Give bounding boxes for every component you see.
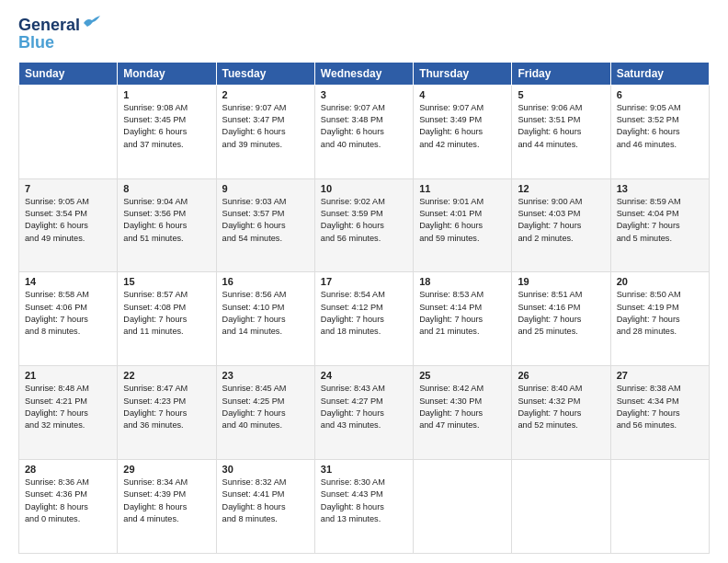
day-number: 3 xyxy=(321,89,407,100)
day-cell: 28Sunrise: 8:36 AM Sunset: 4:36 PM Dayli… xyxy=(19,460,118,554)
day-info: Sunrise: 9:07 AM Sunset: 3:48 PM Dayligh… xyxy=(321,102,407,151)
week-row-2: 7Sunrise: 9:05 AM Sunset: 3:54 PM Daylig… xyxy=(19,178,710,272)
logo-blue: Blue xyxy=(18,33,54,52)
day-info: Sunrise: 9:06 AM Sunset: 3:51 PM Dayligh… xyxy=(518,102,604,151)
day-cell: 18Sunrise: 8:53 AM Sunset: 4:14 PM Dayli… xyxy=(414,272,512,366)
day-info: Sunrise: 9:08 AM Sunset: 3:45 PM Dayligh… xyxy=(123,102,210,151)
day-info: Sunrise: 8:53 AM Sunset: 4:14 PM Dayligh… xyxy=(419,289,506,338)
week-row-5: 28Sunrise: 8:36 AM Sunset: 4:36 PM Dayli… xyxy=(19,460,710,554)
day-cell: 5Sunrise: 9:06 AM Sunset: 3:51 PM Daylig… xyxy=(512,85,610,178)
weekday-header-row: SundayMondayTuesdayWednesdayThursdayFrid… xyxy=(19,62,710,85)
day-cell: 6Sunrise: 9:05 AM Sunset: 3:52 PM Daylig… xyxy=(610,85,709,178)
day-cell: 31Sunrise: 8:30 AM Sunset: 4:43 PM Dayli… xyxy=(314,460,413,554)
day-number: 23 xyxy=(222,370,309,381)
day-number: 6 xyxy=(617,89,703,100)
day-cell: 22Sunrise: 8:47 AM Sunset: 4:23 PM Dayli… xyxy=(118,366,216,460)
day-cell: 19Sunrise: 8:51 AM Sunset: 4:16 PM Dayli… xyxy=(512,272,610,366)
day-cell: 12Sunrise: 9:00 AM Sunset: 4:03 PM Dayli… xyxy=(512,178,610,272)
day-info: Sunrise: 9:03 AM Sunset: 3:57 PM Dayligh… xyxy=(222,196,309,245)
day-cell xyxy=(610,460,709,554)
day-cell: 23Sunrise: 8:45 AM Sunset: 4:25 PM Dayli… xyxy=(216,366,314,460)
day-number: 8 xyxy=(123,183,210,194)
day-number: 19 xyxy=(518,276,604,287)
day-cell: 3Sunrise: 9:07 AM Sunset: 3:48 PM Daylig… xyxy=(314,85,413,178)
day-info: Sunrise: 9:05 AM Sunset: 3:52 PM Dayligh… xyxy=(617,102,703,151)
day-number: 5 xyxy=(518,89,604,100)
day-cell xyxy=(414,460,512,554)
day-cell: 16Sunrise: 8:56 AM Sunset: 4:10 PM Dayli… xyxy=(216,272,314,366)
day-info: Sunrise: 8:57 AM Sunset: 4:08 PM Dayligh… xyxy=(123,289,210,338)
day-info: Sunrise: 9:01 AM Sunset: 4:01 PM Dayligh… xyxy=(419,196,506,245)
day-cell: 7Sunrise: 9:05 AM Sunset: 3:54 PM Daylig… xyxy=(19,178,118,272)
day-number: 13 xyxy=(617,183,703,194)
day-info: Sunrise: 8:36 AM Sunset: 4:36 PM Dayligh… xyxy=(25,477,111,525)
logo: General Blue xyxy=(18,17,102,52)
day-info: Sunrise: 8:32 AM Sunset: 4:41 PM Dayligh… xyxy=(222,477,309,525)
day-info: Sunrise: 8:34 AM Sunset: 4:39 PM Dayligh… xyxy=(123,477,210,525)
header: General Blue xyxy=(18,17,710,52)
day-number: 18 xyxy=(419,276,506,287)
day-cell: 9Sunrise: 9:03 AM Sunset: 3:57 PM Daylig… xyxy=(216,178,314,272)
day-number: 27 xyxy=(617,370,703,381)
day-number: 7 xyxy=(25,183,111,194)
day-number: 22 xyxy=(123,370,210,381)
day-number: 10 xyxy=(321,183,407,194)
day-cell: 30Sunrise: 8:32 AM Sunset: 4:41 PM Dayli… xyxy=(216,460,314,554)
day-number: 16 xyxy=(222,276,309,287)
day-number: 29 xyxy=(123,464,210,475)
day-number: 4 xyxy=(419,89,506,100)
day-cell: 10Sunrise: 9:02 AM Sunset: 3:59 PM Dayli… xyxy=(314,178,413,272)
day-cell xyxy=(512,460,610,554)
day-cell: 4Sunrise: 9:07 AM Sunset: 3:49 PM Daylig… xyxy=(414,85,512,178)
day-info: Sunrise: 8:48 AM Sunset: 4:21 PM Dayligh… xyxy=(25,383,111,431)
weekday-thursday: Thursday xyxy=(414,62,512,85)
day-number: 25 xyxy=(419,370,506,381)
day-cell xyxy=(19,85,118,178)
day-info: Sunrise: 8:40 AM Sunset: 4:32 PM Dayligh… xyxy=(518,383,604,431)
day-number: 12 xyxy=(518,183,604,194)
day-number: 17 xyxy=(321,276,407,287)
logo-bird-icon xyxy=(82,16,102,30)
weekday-tuesday: Tuesday xyxy=(216,62,314,85)
day-info: Sunrise: 8:47 AM Sunset: 4:23 PM Dayligh… xyxy=(123,383,210,431)
calendar-body: 1Sunrise: 9:08 AM Sunset: 3:45 PM Daylig… xyxy=(19,85,710,553)
week-row-3: 14Sunrise: 8:58 AM Sunset: 4:06 PM Dayli… xyxy=(19,272,710,366)
day-cell: 27Sunrise: 8:38 AM Sunset: 4:34 PM Dayli… xyxy=(610,366,709,460)
day-info: Sunrise: 8:54 AM Sunset: 4:12 PM Dayligh… xyxy=(321,289,407,338)
weekday-friday: Friday xyxy=(512,62,610,85)
day-number: 26 xyxy=(518,370,604,381)
day-info: Sunrise: 9:00 AM Sunset: 4:03 PM Dayligh… xyxy=(518,196,604,245)
day-cell: 15Sunrise: 8:57 AM Sunset: 4:08 PM Dayli… xyxy=(118,272,216,366)
day-info: Sunrise: 8:51 AM Sunset: 4:16 PM Dayligh… xyxy=(518,289,604,338)
day-number: 9 xyxy=(222,183,309,194)
weekday-wednesday: Wednesday xyxy=(314,62,413,85)
day-info: Sunrise: 9:04 AM Sunset: 3:56 PM Dayligh… xyxy=(123,196,210,245)
weekday-saturday: Saturday xyxy=(610,62,709,85)
day-info: Sunrise: 8:59 AM Sunset: 4:04 PM Dayligh… xyxy=(617,196,703,245)
day-number: 31 xyxy=(321,464,407,475)
day-number: 24 xyxy=(321,370,407,381)
day-info: Sunrise: 8:45 AM Sunset: 4:25 PM Dayligh… xyxy=(222,383,309,431)
day-info: Sunrise: 9:02 AM Sunset: 3:59 PM Dayligh… xyxy=(321,196,407,245)
day-info: Sunrise: 8:30 AM Sunset: 4:43 PM Dayligh… xyxy=(321,477,407,525)
calendar-table: SundayMondayTuesdayWednesdayThursdayFrid… xyxy=(18,62,710,554)
day-cell: 20Sunrise: 8:50 AM Sunset: 4:19 PM Dayli… xyxy=(610,272,709,366)
day-info: Sunrise: 9:05 AM Sunset: 3:54 PM Dayligh… xyxy=(25,196,111,245)
day-cell: 25Sunrise: 8:42 AM Sunset: 4:30 PM Dayli… xyxy=(414,366,512,460)
week-row-1: 1Sunrise: 9:08 AM Sunset: 3:45 PM Daylig… xyxy=(19,85,710,178)
day-number: 14 xyxy=(25,276,111,287)
day-cell: 13Sunrise: 8:59 AM Sunset: 4:04 PM Dayli… xyxy=(610,178,709,272)
day-cell: 17Sunrise: 8:54 AM Sunset: 4:12 PM Dayli… xyxy=(314,272,413,366)
day-info: Sunrise: 9:07 AM Sunset: 3:49 PM Dayligh… xyxy=(419,102,506,151)
day-number: 20 xyxy=(617,276,703,287)
day-info: Sunrise: 8:50 AM Sunset: 4:19 PM Dayligh… xyxy=(617,289,703,338)
day-number: 21 xyxy=(25,370,111,381)
weekday-monday: Monday xyxy=(118,62,216,85)
day-number: 15 xyxy=(123,276,210,287)
day-number: 1 xyxy=(123,89,210,100)
day-info: Sunrise: 8:38 AM Sunset: 4:34 PM Dayligh… xyxy=(617,383,703,431)
day-number: 11 xyxy=(419,183,506,194)
day-cell: 21Sunrise: 8:48 AM Sunset: 4:21 PM Dayli… xyxy=(19,366,118,460)
weekday-sunday: Sunday xyxy=(19,62,118,85)
day-info: Sunrise: 8:58 AM Sunset: 4:06 PM Dayligh… xyxy=(25,289,111,338)
